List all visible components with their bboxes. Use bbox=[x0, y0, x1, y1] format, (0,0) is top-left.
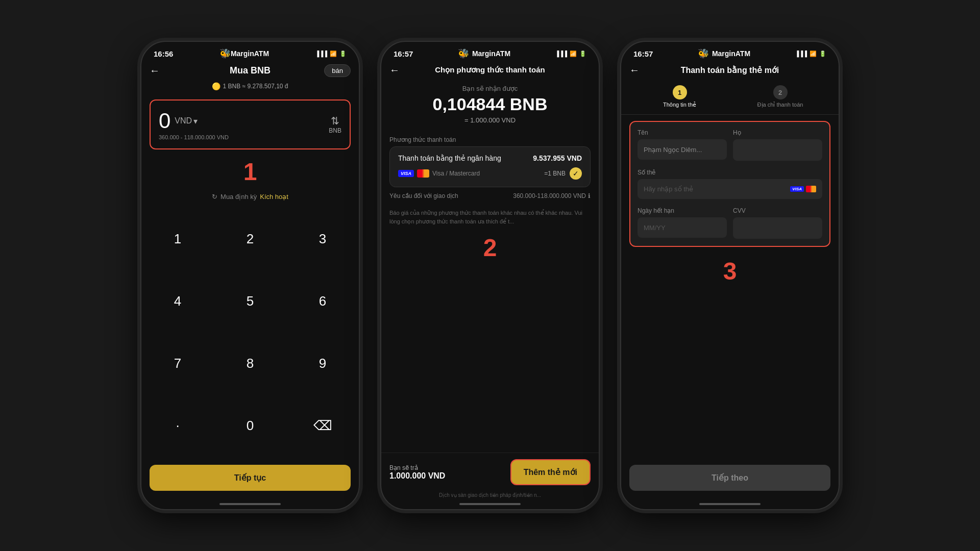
key-backspace[interactable]: ⌫ bbox=[286, 394, 359, 457]
logo-icon-3: 🐝 bbox=[698, 48, 709, 59]
key-1[interactable]: 1 bbox=[141, 208, 214, 270]
signal-icon: ▐▐▐ bbox=[315, 51, 327, 57]
page-title-3: Thanh toán bằng thẻ mới bbox=[681, 65, 779, 75]
step-tabs: 1 Thông tin thẻ 2 Địa chỉ thanh toán bbox=[621, 79, 839, 115]
expiry-input[interactable]: MM/YY bbox=[638, 217, 727, 238]
payment-right: =1 BNB ✓ bbox=[544, 167, 582, 180]
amount-range: 360.000 - 118.000.000 VND bbox=[159, 134, 229, 140]
receive-info: Bạn sẽ nhận được 0,104844 BNB = 1.000.00… bbox=[381, 79, 599, 132]
cvv-input[interactable] bbox=[733, 217, 822, 239]
pay-label: Bạn sẽ trả bbox=[389, 464, 445, 471]
status-icons-2: ▐▐▐ 📶 🔋 bbox=[555, 51, 586, 57]
payment-option[interactable]: Thanh toán bằng thẻ ngân hàng 9.537.955 … bbox=[389, 146, 591, 187]
time-1: 16:56 bbox=[154, 49, 173, 58]
add-card-button[interactable]: Thêm thẻ mới bbox=[510, 459, 591, 485]
page-title-2: Chọn phương thức thanh toán bbox=[435, 65, 545, 74]
requirement-value: 360.000-118.000.000 VND bbox=[513, 192, 586, 199]
requirement-row: Yêu cầu đối với giao dịch 360.000-118.00… bbox=[381, 187, 599, 205]
step-tab-label-2: Địa chỉ thanh toán bbox=[757, 102, 803, 108]
key-6[interactable]: 6 bbox=[286, 270, 359, 332]
spacer-3 bbox=[621, 289, 839, 465]
time-3: 16:57 bbox=[633, 49, 653, 58]
wifi-icon-3: 📶 bbox=[810, 51, 817, 57]
key-0[interactable]: 0 bbox=[214, 394, 286, 457]
phone-3: 16:57 🐝 MarginATM ▐▐▐ 📶 🔋 ← Thanh toán b… bbox=[620, 41, 840, 510]
key-2[interactable]: 2 bbox=[214, 208, 286, 270]
last-name-label: Họ bbox=[733, 129, 822, 136]
key-8[interactable]: 8 bbox=[214, 332, 286, 394]
mastercard-logo bbox=[417, 169, 429, 178]
step-annotation-2: 2 bbox=[381, 230, 599, 266]
step-tab-2[interactable]: 2 Địa chỉ thanh toán bbox=[730, 85, 830, 108]
expiry-placeholder: MM/YY bbox=[644, 224, 666, 232]
bnb-eq: =1 BNB bbox=[544, 170, 566, 177]
page-header-3: ← Thanh toán bằng thẻ mới bbox=[621, 61, 839, 79]
step-tab-label-1: Thông tin thẻ bbox=[663, 102, 696, 108]
wifi-icon-2: 📶 bbox=[570, 51, 577, 57]
expiry-cvv-row: Ngày hết hạn MM/YY CVV bbox=[638, 207, 822, 239]
numpad: 1 2 3 4 5 6 7 8 9 · 0 ⌫ bbox=[141, 204, 359, 461]
sell-button[interactable]: bán bbox=[324, 64, 351, 77]
visa-icon-small: VISA bbox=[790, 186, 804, 192]
last-name-input[interactable] bbox=[733, 139, 822, 161]
battery-icon: 🔋 bbox=[339, 51, 347, 57]
activate-button[interactable]: Kích hoạt bbox=[260, 193, 288, 201]
logo-icon-1: 🐝 bbox=[219, 48, 231, 59]
key-3[interactable]: 3 bbox=[286, 208, 359, 270]
step-tab-1[interactable]: 1 Thông tin thẻ bbox=[629, 85, 730, 108]
logo-icon-2: 🐝 bbox=[458, 48, 469, 59]
first-name-placeholder: Phạm Ngọc Diêm... bbox=[644, 146, 702, 154]
recurring-section: ↻ Mua định kỳ Kích hoạt bbox=[141, 190, 359, 204]
swap-icon[interactable]: ⇅ BNB bbox=[329, 115, 341, 134]
home-bar-1 bbox=[219, 503, 281, 505]
first-name-input[interactable]: Phạm Ngọc Diêm... bbox=[638, 139, 727, 160]
info-icon: ℹ bbox=[588, 192, 591, 199]
app-title-2: MarginATM bbox=[472, 49, 510, 58]
payment-option-bottom: VISA Visa / Mastercard =1 BNB ✓ bbox=[398, 167, 582, 180]
key-4[interactable]: 4 bbox=[141, 270, 214, 332]
step-annotation-1: 1 bbox=[141, 154, 359, 190]
next-button[interactable]: Tiếp theo bbox=[629, 465, 830, 491]
check-icon: ✓ bbox=[570, 167, 582, 180]
pay-info: Bạn sẽ trả 1.000.000 VND bbox=[389, 464, 445, 481]
key-5[interactable]: 5 bbox=[214, 270, 286, 332]
mc-icon-small bbox=[806, 186, 816, 192]
back-button-3[interactable]: ← bbox=[629, 64, 640, 76]
status-icons-1: ▐▐▐ 📶 🔋 bbox=[315, 51, 347, 57]
amount-main: 0 VND ▾ 360.000 - 118.000.000 VND bbox=[159, 109, 229, 140]
card-number-placeholder: Hãy nhập số thẻ bbox=[644, 185, 693, 193]
card-number-input[interactable]: Hãy nhập số thẻ VISA bbox=[638, 179, 822, 199]
expiry-label: Ngày hết hạn bbox=[638, 207, 727, 214]
signal-icon-3: ▐▐▐ bbox=[795, 51, 807, 57]
footnote: Dịch vụ sàn giao dịch tiền pháp định/tiề… bbox=[381, 491, 599, 499]
payment-option-top: Thanh toán bằng thẻ ngân hàng 9.537.955 … bbox=[398, 154, 582, 162]
app-name-area-1: 🐝 MarginATM bbox=[219, 48, 269, 59]
first-name-label: Tên bbox=[638, 129, 727, 136]
battery-icon-2: 🔋 bbox=[579, 51, 586, 57]
battery-icon-3: 🔋 bbox=[819, 51, 826, 57]
phone-1: 16:56 🐝 MarginATM ▐▐▐ 📶 🔋 ← Mua BNB bán … bbox=[140, 41, 360, 510]
home-bar-2 bbox=[459, 503, 521, 505]
amount-box[interactable]: 0 VND ▾ 360.000 - 118.000.000 VND ⇅ BNB bbox=[150, 99, 351, 149]
rate-info: 🟡 1 BNB ≈ 9.278.507,10 đ bbox=[141, 80, 359, 95]
dropdown-arrow[interactable]: ▾ bbox=[193, 116, 198, 126]
home-bar-3 bbox=[699, 503, 761, 505]
payment-title: Thanh toán bằng thẻ ngân hàng bbox=[398, 154, 501, 162]
cvv-label: CVV bbox=[733, 207, 822, 214]
key-dot[interactable]: · bbox=[141, 394, 214, 457]
continue-button[interactable]: Tiếp tục bbox=[150, 465, 351, 491]
status-bar-3: 16:57 🐝 MarginATM ▐▐▐ 📶 🔋 bbox=[621, 42, 839, 61]
last-name-group: Họ bbox=[733, 129, 822, 161]
receive-amount: 0,104844 BNB bbox=[381, 94, 599, 114]
back-button-2[interactable]: ← bbox=[389, 64, 400, 76]
page-title-1: Mua BNB bbox=[230, 65, 271, 76]
app-title-3: MarginATM bbox=[712, 49, 750, 58]
page-header-1: ← Mua BNB bán bbox=[141, 61, 359, 80]
name-row: Tên Phạm Ngọc Diêm... Họ bbox=[638, 129, 822, 161]
key-7[interactable]: 7 bbox=[141, 332, 214, 394]
step-circle-1: 1 bbox=[673, 85, 687, 99]
key-9[interactable]: 9 bbox=[286, 332, 359, 394]
page-header-2: ← Chọn phương thức thanh toán bbox=[381, 61, 599, 79]
back-button-1[interactable]: ← bbox=[150, 65, 160, 77]
notice-text: Báo giá của những phương thức thanh toán… bbox=[389, 209, 591, 226]
